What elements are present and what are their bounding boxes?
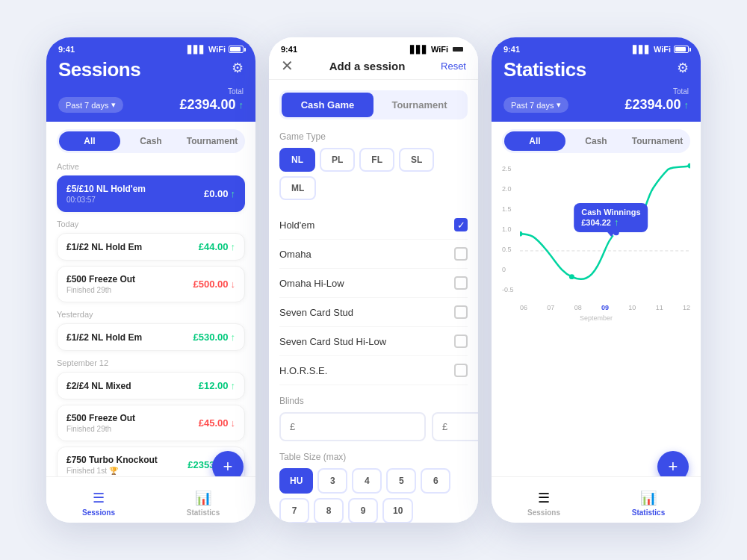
nav-statistics-1[interactable]: 📊 Statistics (151, 484, 255, 517)
yesterday-session-1[interactable]: £1/£2 NL Hold Em £530.00 ↑ (57, 323, 245, 351)
tab-all-statistics[interactable]: All (504, 131, 565, 151)
table-size-label: Table Size (max) (279, 452, 468, 462)
tooltip-trend: ↑ (614, 217, 619, 228)
variant-sevenstud-checkbox[interactable] (454, 305, 468, 319)
tab-tournament[interactable]: Tournament (374, 93, 465, 117)
tooltip-amount-row: £304.22 ↑ (581, 217, 640, 228)
sep12-session-3-name: £750 Turbo Knockout (66, 455, 158, 465)
variant-omaha-hilow[interactable]: Omaha Hi-Low (279, 269, 468, 298)
total-label-statistics: Total (624, 87, 689, 96)
game-type-grid: NL PL FL SL ML (279, 148, 468, 200)
variant-holdem[interactable]: Hold'em ✓ (279, 211, 468, 240)
table-size-10[interactable]: 10 (382, 498, 413, 523)
tab-cash-sessions[interactable]: Cash (120, 131, 182, 151)
tab-tournament-statistics[interactable]: Tournament (627, 131, 688, 151)
type-tab-bar: Cash Game Tournament (279, 90, 468, 119)
table-size-4[interactable]: 4 (352, 468, 382, 494)
table-size-5[interactable]: 5 (386, 468, 416, 494)
tab-cash-statistics[interactable]: Cash (565, 131, 627, 151)
variant-holdem-checkbox[interactable]: ✓ (454, 218, 468, 231)
signal-icon-3: ▋▋▋ (633, 46, 651, 54)
statistics-nav-label-1: Statistics (187, 508, 220, 517)
variant-sevenstud-hilow-checkbox[interactable] (454, 335, 468, 348)
bottom-nav-sessions: ☰ Sessions 📊 Statistics (46, 476, 255, 523)
status-bar-1: 9:41 ▋▋▋ WiFi (58, 45, 244, 54)
statistics-nav-icon-1: 📊 (195, 490, 211, 506)
statistics-nav-label-active: Statistics (632, 508, 665, 517)
gear-icon-statistics[interactable]: ⚙ (677, 60, 689, 76)
yesterday-session-1-amount: £530.00 ↑ (193, 332, 236, 343)
sep12-session-2-info: £500 Freeze Out Finished 29th (66, 413, 135, 433)
table-size-9[interactable]: 9 (348, 498, 378, 523)
battery-icon-3 (674, 46, 689, 53)
today-session-1-amount: £44.00 ↑ (199, 241, 235, 252)
today-session-1[interactable]: £1/£2 NL Hold Em £44.00 ↑ (57, 233, 245, 261)
sep12-session-1[interactable]: £2/£4 NL Mixed £12.00 ↑ (57, 372, 245, 399)
status-time-3: 9:41 (503, 45, 520, 54)
today-session-1-info: £1/£2 NL Hold Em (66, 242, 142, 252)
yesterday-session-1-info: £1/£2 NL Hold Em (66, 332, 142, 343)
nav-sessions-stats[interactable]: ☰ Sessions (492, 484, 596, 517)
y-label-0: 0 (502, 266, 514, 273)
game-type-nl[interactable]: NL (279, 148, 315, 172)
variant-horse[interactable]: H.O.R.S.E. (279, 356, 468, 385)
variant-omaha[interactable]: Omaha (279, 240, 468, 269)
variant-horse-label: H.O.R.S.E. (279, 365, 327, 376)
table-size-8[interactable]: 8 (314, 498, 344, 523)
tab-all-sessions[interactable]: All (59, 131, 120, 151)
game-type-sl[interactable]: SL (399, 148, 434, 172)
chevron-down-icon-sessions: ▾ (111, 100, 116, 110)
total-block-statistics: Total £2394.00 ↑ (624, 87, 689, 113)
game-type-pl[interactable]: PL (320, 148, 355, 172)
x-label-11: 11 (656, 304, 663, 311)
game-type-ml[interactable]: ML (279, 176, 316, 200)
today-session-2[interactable]: £500 Freeze Out Finished 29th £500.00 ↓ (57, 266, 245, 302)
variant-sevenstud-hilow[interactable]: Seven Card Stud Hi-Low (279, 327, 468, 356)
section-yesterday: Yesterday (57, 310, 245, 319)
table-size-grid: HU 3 4 5 6 7 8 9 10 (279, 468, 468, 523)
chart-x-labels: 06 07 08 09 10 11 12 (520, 304, 690, 311)
table-size-7[interactable]: 7 (279, 498, 309, 523)
nav-sessions[interactable]: ☰ Sessions (46, 484, 151, 517)
wifi-icon-2: WiFi (431, 45, 448, 54)
variant-sevenstud-label: Seven Card Stud (279, 307, 353, 318)
table-size-3[interactable]: 3 (317, 468, 347, 494)
today-session-2-name: £500 Freeze Out (66, 274, 135, 284)
sep12-session-2-amount: £45.00 ↓ (199, 417, 235, 429)
period-pill-sessions[interactable]: Past 7 days ▾ (58, 97, 123, 113)
add-session-phone: 9:41 ▋▋▋ WiFi ✕ Add a session Reset Cash… (269, 37, 478, 523)
variant-sevenstud[interactable]: Seven Card Stud (279, 298, 468, 327)
tooltip-amount: £304.22 (581, 218, 611, 227)
table-size-6[interactable]: 6 (421, 468, 450, 494)
sessions-header: 9:41 ▋▋▋ WiFi Sessions ⚙ Past 7 days ▾ T… (46, 37, 255, 122)
reset-button[interactable]: Reset (441, 60, 466, 72)
table-size-hu[interactable]: HU (279, 468, 313, 494)
variant-omaha-hilow-checkbox[interactable] (454, 276, 468, 290)
tab-tournament-sessions[interactable]: Tournament (182, 131, 243, 151)
period-pill-statistics[interactable]: Past 7 days ▾ (503, 97, 568, 113)
active-session-card[interactable]: £5/£10 NL Hold'em 00:03:57 £0.00 ↑ (57, 175, 245, 212)
statistics-title: Statistics (503, 58, 586, 81)
x-label-12: 12 (683, 304, 690, 311)
svg-point-1 (520, 231, 522, 237)
game-type-fl[interactable]: FL (359, 148, 394, 172)
add-session-title-row: ✕ Add a session Reset (281, 58, 466, 73)
chart-area: 2.5 2.0 1.5 1.0 0.5 0 -0.5 (502, 162, 690, 311)
variant-omaha-checkbox[interactable] (454, 247, 468, 261)
variant-sevenstud-hilow-label: Seven Card Stud Hi-Low (279, 336, 386, 347)
sessions-nav-icon: ☰ (93, 490, 105, 506)
blind2-input[interactable] (432, 412, 478, 441)
statistics-phone: 9:41 ▋▋▋ WiFi Statistics ⚙ Past 7 days ▾… (492, 37, 701, 523)
tab-cash-game[interactable]: Cash Game (282, 93, 374, 117)
blind1-input[interactable] (279, 412, 426, 441)
gear-icon-sessions[interactable]: ⚙ (232, 60, 244, 76)
signal-icon-2: ▋▋▋ (410, 46, 428, 54)
close-button[interactable]: ✕ (281, 58, 294, 73)
sep12-session-1-info: £2/£4 NL Mixed (66, 381, 131, 391)
nav-statistics-active[interactable]: 📊 Statistics (596, 484, 701, 517)
sep12-session-1-name: £2/£4 NL Mixed (66, 381, 131, 391)
variant-horse-checkbox[interactable] (454, 364, 468, 377)
sep12-session-2[interactable]: £500 Freeze Out Finished 29th £45.00 ↓ (57, 405, 245, 441)
status-time-2: 9:41 (281, 45, 297, 54)
blinds-row (279, 412, 468, 441)
